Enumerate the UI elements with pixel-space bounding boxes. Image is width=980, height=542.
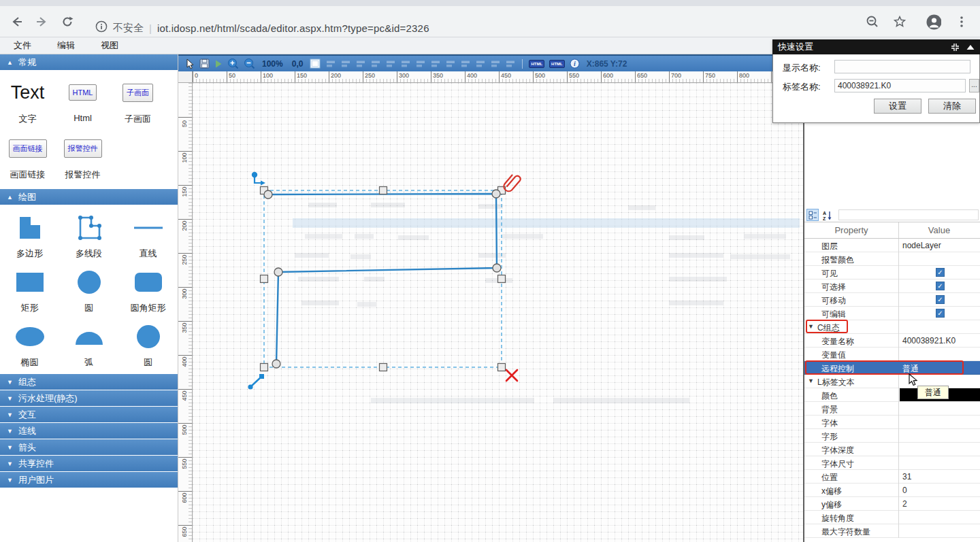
quick-settings-header[interactable]: 快速设置 bbox=[772, 39, 980, 54]
design-canvas[interactable] bbox=[193, 83, 803, 542]
property-row-字体[interactable]: 字体 bbox=[804, 416, 980, 429]
url-text[interactable]: iot.idosp.net/html/scada/editor.aspx.htm… bbox=[157, 22, 429, 34]
back-icon[interactable] bbox=[10, 14, 24, 29]
property-name: y偏移 bbox=[821, 499, 842, 511]
draw-tool-椭圆[interactable]: 椭圆 bbox=[0, 320, 59, 374]
quick-settings-title: 快速设置 bbox=[778, 41, 944, 53]
palette-section-污水处理(静态)[interactable]: ▼污水处理(静态) bbox=[0, 390, 178, 406]
sort-az-icon[interactable]: AZ bbox=[821, 209, 833, 221]
menu-dots-icon[interactable] bbox=[954, 14, 969, 29]
reload-icon[interactable] bbox=[60, 14, 75, 29]
ruler-tick: 250 bbox=[178, 253, 192, 254]
delete-icon[interactable] bbox=[506, 370, 517, 381]
menu-item-编辑[interactable]: 编辑 bbox=[57, 39, 75, 52]
palette-item-子画面[interactable]: 子画面子画面 bbox=[110, 75, 165, 131]
checkbox-checked-icon[interactable]: ✓ bbox=[936, 268, 945, 277]
palette-section-组态[interactable]: ▼组态 bbox=[0, 374, 178, 390]
palette-item-画面链接[interactable]: 画面链接画面链接 bbox=[0, 131, 55, 186]
palette-section-箭头[interactable]: ▼箭头 bbox=[0, 439, 178, 455]
star-icon[interactable] bbox=[892, 14, 907, 29]
property-row-x偏移[interactable]: x偏移0 bbox=[804, 484, 980, 497]
property-row-背景[interactable]: 背景 bbox=[804, 402, 980, 416]
forward-icon[interactable] bbox=[34, 14, 49, 29]
paperclip-icon[interactable] bbox=[504, 175, 520, 192]
play-icon[interactable] bbox=[214, 59, 223, 69]
ruler-tick: 150 bbox=[178, 185, 192, 186]
html-icon[interactable]: HTML bbox=[549, 60, 565, 68]
cursor-icon[interactable] bbox=[185, 58, 195, 69]
draw-tool-圆[interactable]: 圆 bbox=[59, 265, 118, 320]
ruler-tick-label: 50 bbox=[229, 72, 235, 79]
property-row-字体尺寸[interactable]: 字体尺寸 bbox=[804, 456, 980, 470]
property-row-最大字符数量[interactable]: 最大字符数量 bbox=[804, 524, 980, 538]
property-row-旋转角度[interactable]: 旋转角度 bbox=[804, 511, 980, 524]
draw-tool-多边形[interactable]: 多边形 bbox=[0, 211, 59, 265]
property-row-L标签文本[interactable]: ▼L标签文本 bbox=[804, 375, 980, 388]
zoom-in-icon[interactable] bbox=[227, 58, 239, 69]
property-row-远程控制[interactable]: 远程控制普通 bbox=[804, 361, 980, 375]
avatar-icon[interactable] bbox=[926, 14, 941, 29]
section-label: 组态 bbox=[18, 376, 36, 388]
edit-vertex-icon[interactable] bbox=[252, 172, 265, 186]
palette-item-preview: 子画面 bbox=[110, 75, 165, 110]
categorize-icon[interactable] bbox=[806, 209, 819, 221]
property-row-C组态[interactable]: ▼C组态 bbox=[804, 320, 980, 334]
draw-tool-圆[interactable]: 圆 bbox=[118, 320, 178, 374]
property-row-可选择[interactable]: 可选择✓ bbox=[804, 280, 980, 293]
ruler-tick: 500 bbox=[178, 423, 192, 424]
palette-section-用户图片[interactable]: ▼用户图片 bbox=[0, 472, 178, 488]
palette-section-共享控件[interactable]: ▼共享控件 bbox=[0, 456, 178, 471]
property-row-字体深度[interactable]: 字体深度 bbox=[804, 443, 980, 456]
property-name: 位置 bbox=[821, 472, 838, 484]
collapse-icon[interactable] bbox=[966, 44, 975, 50]
property-row-报警颜色[interactable]: 报警颜色 bbox=[804, 252, 980, 266]
property-filter-box[interactable] bbox=[838, 209, 979, 220]
collapsed-sections: ▼组态▼污水处理(静态)▼交互▼连线▼箭头▼共享控件▼用户图片 bbox=[0, 374, 178, 488]
security-label[interactable]: 不安全 bbox=[113, 22, 144, 35]
html-icon[interactable]: HTML bbox=[529, 60, 544, 68]
property-row-可移动[interactable]: 可移动✓ bbox=[804, 293, 980, 307]
menu-item-文件[interactable]: 文件 bbox=[14, 39, 31, 52]
info-circle-icon[interactable] bbox=[95, 20, 108, 35]
canvas-settings-icon[interactable] bbox=[310, 58, 321, 69]
draw-tool-label: 椭圆 bbox=[0, 356, 59, 369]
palette-item-Html[interactable]: HTMLHtml bbox=[55, 75, 110, 131]
checkbox-checked-icon[interactable]: ✓ bbox=[936, 282, 945, 290]
property-row-图层[interactable]: 图层nodeLayer bbox=[804, 239, 980, 252]
zoom-out-page-icon[interactable] bbox=[865, 14, 880, 29]
draw-tool-直线[interactable]: 直线 bbox=[118, 211, 178, 265]
palette-section-连线[interactable]: ▼连线 bbox=[0, 423, 178, 439]
palette-item-文字[interactable]: Text文字 bbox=[0, 75, 55, 131]
set-button[interactable]: 设置 bbox=[874, 99, 921, 114]
save-icon[interactable] bbox=[199, 58, 210, 69]
palette-section-交互[interactable]: ▼交互 bbox=[0, 407, 178, 422]
draw-tool-圆角矩形[interactable]: 圆角矩形 bbox=[118, 265, 178, 320]
dock-icon[interactable] bbox=[951, 43, 960, 52]
palette-section-general[interactable]: ▲ 常规 bbox=[0, 54, 178, 70]
checkbox-checked-icon[interactable]: ✓ bbox=[936, 309, 945, 318]
draw-tool-矩形[interactable]: 矩形 bbox=[0, 265, 59, 320]
draw-tool-弧[interactable]: 弧 bbox=[59, 320, 118, 374]
checkbox-checked-icon[interactable]: ✓ bbox=[936, 295, 945, 304]
zoom-out-icon[interactable] bbox=[244, 58, 255, 69]
property-row-可见[interactable]: 可见✓ bbox=[804, 266, 980, 280]
ruler-tick: 350 bbox=[431, 71, 431, 82]
tag-browse-button[interactable]: ... bbox=[969, 79, 979, 92]
info-icon[interactable]: i bbox=[570, 58, 580, 69]
menu-item-视图[interactable]: 视图 bbox=[101, 39, 118, 52]
property-row-位置[interactable]: 位置31 bbox=[804, 470, 980, 484]
clear-button[interactable]: 清除 bbox=[928, 99, 976, 114]
property-row-y偏移[interactable]: y偏移2 bbox=[804, 497, 980, 511]
palette-section-draw[interactable]: ▲ 绘图 bbox=[0, 189, 178, 205]
property-row-颜色[interactable]: 颜色 bbox=[804, 388, 980, 402]
tag-name-input[interactable] bbox=[834, 79, 966, 92]
draw-tool-多线段[interactable]: 多线段 bbox=[59, 211, 118, 265]
triangle-down-icon: ▼ bbox=[7, 444, 13, 451]
palette-item-报警控件[interactable]: 报警控件报警控件 bbox=[55, 131, 110, 186]
line-segment-icon[interactable] bbox=[248, 374, 264, 390]
display-name-input[interactable] bbox=[834, 60, 970, 73]
property-row-可编辑[interactable]: 可编辑✓ bbox=[804, 307, 980, 320]
property-row-变量名称[interactable]: 变量名称400038921.K0 bbox=[804, 334, 980, 348]
property-row-字形[interactable]: 字形 bbox=[804, 429, 980, 443]
property-row-变量值[interactable]: 变量值 bbox=[804, 348, 980, 361]
